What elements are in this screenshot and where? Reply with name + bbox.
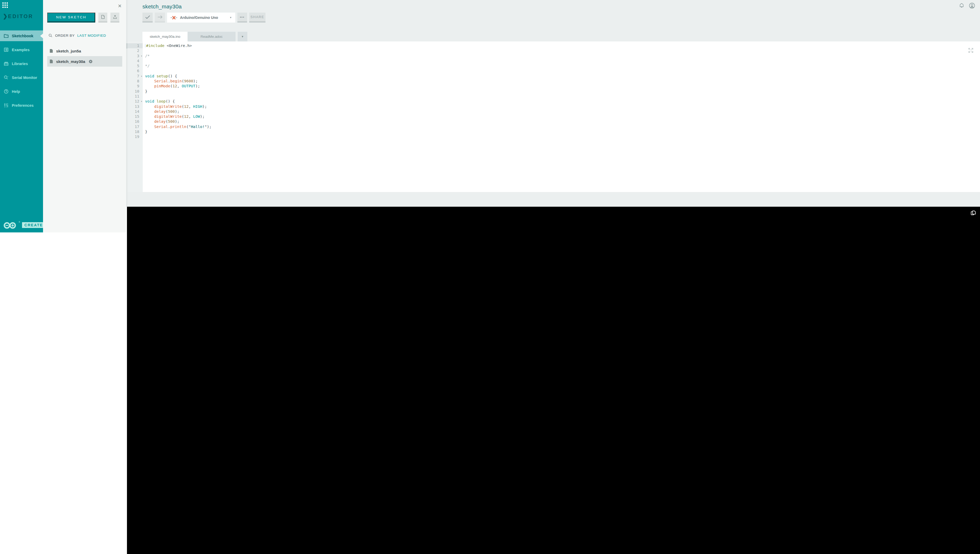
- editor-logo-text: EDITOR: [8, 13, 33, 19]
- box-icon: [3, 61, 9, 66]
- code-line[interactable]: 13 digitalWrite(12, HIGH);: [127, 104, 411, 109]
- code-line-text: /*: [143, 54, 150, 59]
- code-line[interactable]: 3▾/*: [127, 54, 411, 59]
- create-badge: CREATE: [22, 222, 45, 228]
- code-line[interactable]: 12▾void loop() {: [127, 99, 411, 104]
- sidebar: ❯ EDITOR Sketchbook Examples Librar: [0, 0, 43, 232]
- fold-caret-icon[interactable]: ▾: [141, 74, 142, 79]
- new-folder-button[interactable]: [99, 13, 107, 22]
- sidebar-item-help[interactable]: Help: [0, 86, 43, 97]
- sidebar-item-serial-monitor[interactable]: Serial Monitor: [0, 72, 43, 83]
- line-number: 6: [127, 68, 143, 73]
- line-number: 2: [127, 48, 143, 53]
- arduino-logo: [3, 221, 18, 229]
- order-row: ORDER BY LAST MODIFIED: [49, 33, 106, 38]
- code-line[interactable]: 16 delay(500);: [127, 119, 411, 124]
- sketch-name: sketch_jun5a: [56, 49, 81, 53]
- line-number: 10: [127, 89, 143, 94]
- order-by-value[interactable]: LAST MODIFIED: [77, 33, 106, 38]
- line-number: 13: [127, 104, 143, 109]
- sidebar-item-label: Examples: [12, 48, 30, 52]
- code-line-text: [143, 68, 145, 73]
- code-line-text: [143, 59, 145, 64]
- code-line[interactable]: 17 Serial.println("Hallo!");: [127, 124, 411, 129]
- code-line[interactable]: 10}: [127, 89, 411, 94]
- code-line-text: digitalWrite(12, HIGH);: [143, 104, 207, 109]
- tabs-dropdown-button[interactable]: ▼: [238, 32, 247, 41]
- line-number: 9: [127, 84, 143, 89]
- code-line-text: delay(500);: [143, 119, 180, 124]
- line-number: 17: [127, 124, 143, 129]
- fold-caret-icon[interactable]: ▾: [141, 99, 142, 104]
- board-selector[interactable]: Arduino/Genuino Uno ▼: [167, 13, 235, 22]
- code-line[interactable]: 6: [127, 68, 411, 73]
- sidebar-item-examples[interactable]: Examples: [0, 45, 43, 55]
- code-line[interactable]: 14 delay(500);: [127, 109, 411, 114]
- code-line-text: digitalWrite(12, LOW);: [143, 114, 205, 119]
- tab-sketch-ino[interactable]: sketch_may30a.ino: [142, 32, 188, 41]
- code-line-text: }: [143, 129, 148, 134]
- question-icon: [3, 89, 9, 94]
- line-number: 19: [127, 134, 143, 139]
- code-line-text: [143, 134, 145, 139]
- code-line-text: void setup() {: [143, 74, 177, 79]
- code-line-text: void loop() {: [143, 99, 175, 104]
- line-number: 3▾: [127, 54, 143, 59]
- code-line[interactable]: 4: [127, 59, 411, 64]
- file-tabs: sketch_may30a.ino ReadMe.adoc ▼: [142, 32, 247, 41]
- line-number: 16: [127, 119, 143, 124]
- line-number: 14: [127, 109, 143, 114]
- line-number: 15: [127, 114, 143, 119]
- tab-readme-adoc[interactable]: ReadMe.adoc: [188, 32, 235, 41]
- magnifier-icon: [3, 75, 9, 80]
- code-line-text: delay(500);: [143, 109, 180, 114]
- upload-icon: [113, 14, 118, 19]
- line-number: 1: [127, 43, 143, 48]
- code-line[interactable]: 2: [127, 48, 411, 53]
- code-line[interactable]: 19: [127, 134, 411, 139]
- code-editor[interactable]: 1#include <OneWire.h>23▾/*45*/67▾void se…: [127, 41, 411, 192]
- code-line[interactable]: 11: [127, 94, 411, 99]
- code-line[interactable]: 8 Serial.begin(9600);: [127, 79, 411, 84]
- code-line-text: [143, 94, 145, 99]
- sidebar-item-label: Serial Monitor: [12, 76, 37, 80]
- code-line-text: Serial.begin(9600);: [143, 79, 198, 84]
- code-line-text: */: [143, 64, 150, 68]
- sidebar-nav: Sketchbook Examples Libraries: [0, 30, 43, 114]
- new-sketch-button[interactable]: NEW SKETCH: [47, 13, 95, 22]
- code-line[interactable]: 7▾void setup() {: [127, 74, 411, 79]
- line-number: 18: [127, 129, 143, 134]
- close-icon[interactable]: ✕: [118, 3, 122, 9]
- line-number: 12▾: [127, 99, 143, 104]
- apps-grid-icon[interactable]: [2, 2, 8, 8]
- line-number: 5: [127, 64, 143, 68]
- new-file-icon: [100, 14, 105, 19]
- board-disconnected-icon: [170, 16, 177, 19]
- code-line[interactable]: 15 digitalWrite(12, LOW);: [127, 114, 411, 119]
- sketch-name: sketch_may30a: [56, 59, 85, 64]
- upload-sketch-button[interactable]: [155, 13, 165, 22]
- sidebar-item-label: Sketchbook: [12, 34, 33, 38]
- toolbar: Arduino/Genuino Uno ▼ ••• SHARE: [142, 13, 266, 22]
- code-line[interactable]: 1#include <OneWire.h>: [127, 43, 411, 48]
- registered-mark: ®: [19, 221, 20, 223]
- share-button[interactable]: SHARE: [249, 13, 266, 22]
- more-options-button[interactable]: •••: [237, 13, 247, 22]
- arrow-right-icon: [158, 15, 162, 19]
- code-line-text: Serial.println("Hallo!");: [143, 124, 212, 129]
- code-line[interactable]: 18}: [127, 129, 411, 134]
- sidebar-item-sketchbook[interactable]: Sketchbook: [0, 30, 43, 41]
- search-icon[interactable]: [49, 33, 52, 38]
- sidebar-item-libraries[interactable]: Libraries: [0, 58, 43, 69]
- import-button[interactable]: [110, 13, 119, 22]
- code-line[interactable]: 9 pinMode(12, OUTPUT);: [127, 84, 411, 89]
- main-area: sketch_may30a Arduino/Genuino Uno ▼ ••• …: [127, 0, 411, 207]
- sketch-options-icon[interactable]: ▼: [89, 60, 92, 63]
- console-panel: [127, 207, 411, 232]
- sketch-row-may30a[interactable]: sketch_may30a ▼: [47, 56, 122, 67]
- fold-caret-icon[interactable]: ▾: [141, 54, 142, 59]
- verify-button[interactable]: [142, 13, 153, 22]
- code-line[interactable]: 5*/: [127, 64, 411, 68]
- sketch-row-jun5a[interactable]: sketch_jun5a: [47, 46, 122, 56]
- sidebar-item-preferences[interactable]: Preferences: [0, 100, 43, 111]
